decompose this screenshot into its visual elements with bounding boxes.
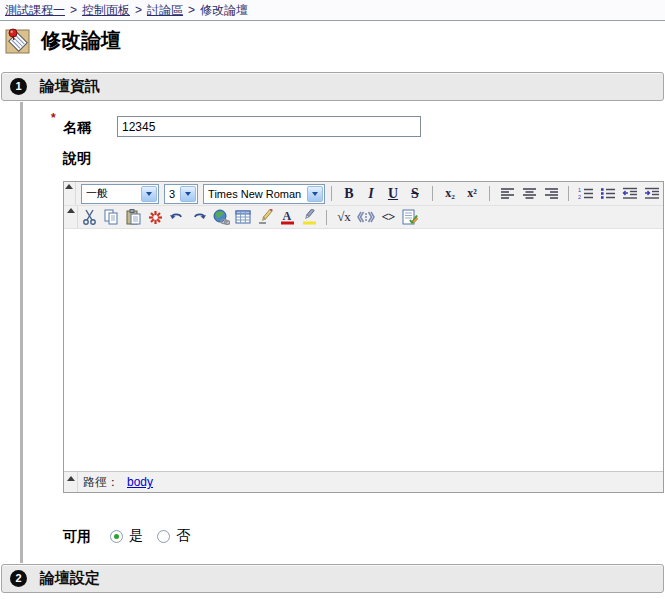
- available-label: 可用: [63, 528, 91, 546]
- breadcrumb-separator: >: [188, 3, 195, 17]
- strikethrough-button[interactable]: S: [404, 184, 426, 204]
- chevron-down-icon: [307, 186, 323, 202]
- html-source-button[interactable]: <>: [377, 207, 399, 227]
- breadcrumb-control-panel-link[interactable]: 控制面板: [82, 3, 130, 17]
- highlight-color-button[interactable]: [298, 207, 320, 227]
- align-left-button[interactable]: [496, 184, 518, 204]
- link-globe-icon: [213, 209, 230, 225]
- underline-button[interactable]: U: [382, 184, 404, 204]
- font-color-button[interactable]: A: [276, 207, 298, 227]
- collapse-up-icon: [67, 476, 75, 481]
- align-left-icon: [500, 187, 515, 200]
- path-collapse-handle[interactable]: [64, 472, 78, 492]
- collapse-up-icon: [65, 184, 73, 189]
- breadcrumb-current: 修改論壇: [200, 3, 248, 17]
- available-radio-group: 是 否: [110, 527, 204, 545]
- editor-path-bar: 路徑： body: [64, 471, 663, 492]
- section-left-rule: [20, 102, 23, 563]
- breadcrumb-course-link[interactable]: 測試課程一: [5, 3, 65, 17]
- equation-editor-button[interactable]: √x: [333, 207, 355, 227]
- paste-button[interactable]: [122, 207, 144, 227]
- align-right-icon: [544, 187, 559, 200]
- description-label: 說明: [63, 150, 91, 168]
- editor-toolbar-action-row: A √x <>: [64, 206, 663, 229]
- preview-page-icon: [402, 209, 418, 225]
- preview-button[interactable]: [399, 207, 421, 227]
- indent-icon: [644, 187, 660, 200]
- insert-link-button[interactable]: [210, 207, 232, 227]
- outdent-icon: [622, 187, 638, 200]
- align-center-button[interactable]: [518, 184, 540, 204]
- undo-button[interactable]: [166, 207, 188, 227]
- bullet-list-button[interactable]: [597, 184, 619, 204]
- toolbar-collapse-handle[interactable]: [64, 206, 78, 228]
- description-edit-area[interactable]: [64, 229, 663, 471]
- toolbar-separator: [489, 186, 490, 201]
- align-right-button[interactable]: [540, 184, 562, 204]
- paragraph-style-select[interactable]: 一般: [81, 184, 159, 204]
- available-yes-radio[interactable]: [110, 530, 123, 543]
- insert-table-button[interactable]: [232, 207, 254, 227]
- section-number-badge: 2: [10, 570, 27, 587]
- available-no-radio[interactable]: [157, 530, 170, 543]
- section-title: 論壇設定: [40, 569, 100, 588]
- strikethrough-icon: S: [411, 186, 419, 202]
- toolbar-separator: [326, 210, 327, 225]
- page-title: 修改論壇: [41, 27, 121, 54]
- path-label: 路徑：: [83, 474, 119, 491]
- toolbar-separator: [568, 186, 569, 201]
- collapse-up-icon: [67, 208, 75, 213]
- section-header-forum-settings: 2 論壇設定: [1, 564, 664, 593]
- undo-icon: [169, 211, 185, 224]
- equation-icon: √x: [337, 209, 351, 225]
- breadcrumb-separator: >: [70, 3, 77, 17]
- svg-text:1: 1: [578, 187, 581, 193]
- mathml-editor-button[interactable]: [355, 207, 377, 227]
- redo-button[interactable]: [188, 207, 210, 227]
- paragraph-style-value: 一般: [82, 186, 112, 201]
- superscript-icon: x²: [467, 186, 477, 201]
- outdent-button[interactable]: [619, 184, 641, 204]
- mathml-icon: [357, 211, 375, 223]
- breadcrumb: 測試課程一>控制面板>討論區>修改論壇: [0, 0, 665, 21]
- spellcheck-button[interactable]: [144, 207, 166, 227]
- forum-name-input[interactable]: [117, 116, 421, 137]
- path-body-link[interactable]: body: [127, 475, 153, 489]
- copy-button[interactable]: [100, 207, 122, 227]
- pencil-line-icon: [257, 209, 273, 225]
- font-size-value: 3: [165, 188, 179, 200]
- underline-icon: U: [388, 186, 398, 202]
- bullet-list-icon: [600, 187, 616, 200]
- align-center-icon: [522, 187, 537, 200]
- font-family-value: Times New Roman: [204, 188, 305, 200]
- page-title-row: 修改論壇: [5, 27, 121, 54]
- italic-icon: I: [368, 186, 373, 202]
- section-header-forum-information: 1 論壇資訊: [1, 72, 664, 101]
- paste-icon: [125, 209, 141, 225]
- breadcrumb-discussion-board-link[interactable]: 討論區: [147, 3, 183, 17]
- svg-text:A: A: [282, 209, 291, 223]
- chevron-down-icon: [180, 186, 196, 202]
- indent-button[interactable]: [641, 184, 663, 204]
- toolbar-separator: [432, 186, 433, 201]
- subscript-button[interactable]: x₂: [439, 184, 461, 204]
- bold-button[interactable]: B: [338, 184, 360, 204]
- svg-text:2: 2: [578, 194, 581, 200]
- toolbar-collapse-handle[interactable]: [64, 182, 76, 205]
- font-size-select[interactable]: 3: [164, 184, 198, 204]
- table-icon: [235, 210, 251, 224]
- numbered-list-button[interactable]: 12: [575, 184, 597, 204]
- italic-button[interactable]: I: [360, 184, 382, 204]
- numbered-list-icon: 12: [578, 187, 594, 200]
- html-icon: <>: [382, 209, 395, 225]
- horizontal-line-button[interactable]: [254, 207, 276, 227]
- required-marker: *: [51, 111, 56, 125]
- cut-icon: [82, 209, 97, 225]
- redo-icon: [191, 211, 207, 224]
- subscript-icon: x₂: [445, 186, 455, 201]
- description-rich-text-editor: 一般 3 Times New Roman B I U S x₂ x²: [63, 181, 664, 493]
- highlighter-icon: [302, 209, 317, 225]
- font-family-select[interactable]: Times New Roman: [203, 184, 325, 204]
- superscript-button[interactable]: x²: [461, 184, 483, 204]
- cut-button[interactable]: [78, 207, 100, 227]
